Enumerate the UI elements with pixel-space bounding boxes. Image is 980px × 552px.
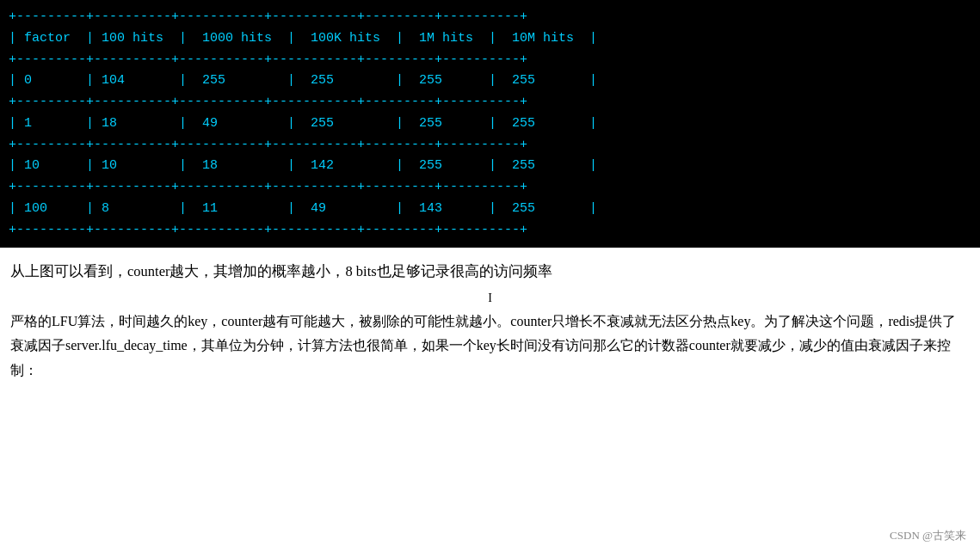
table-pre: +---------+----------+-----------+------…	[9, 7, 971, 241]
text-section: 从上图可以看到，counter越大，其增加的概率越小，8 bits也足够记录很高…	[0, 248, 980, 389]
table-section: +---------+----------+-----------+------…	[0, 0, 980, 248]
body-text: 严格的LFU算法，时间越久的key，counter越有可能越大，被剔除的可能性就…	[10, 310, 970, 383]
cursor-indicator: I	[10, 288, 970, 310]
page-wrapper: +---------+----------+-----------+------…	[0, 0, 980, 552]
csdn-footer: CSDN @古笑来	[890, 528, 966, 543]
intro-text: 从上图可以看到，counter越大，其增加的概率越小，8 bits也足够记录很高…	[10, 260, 970, 285]
footer-label: CSDN @古笑来	[890, 529, 966, 542]
